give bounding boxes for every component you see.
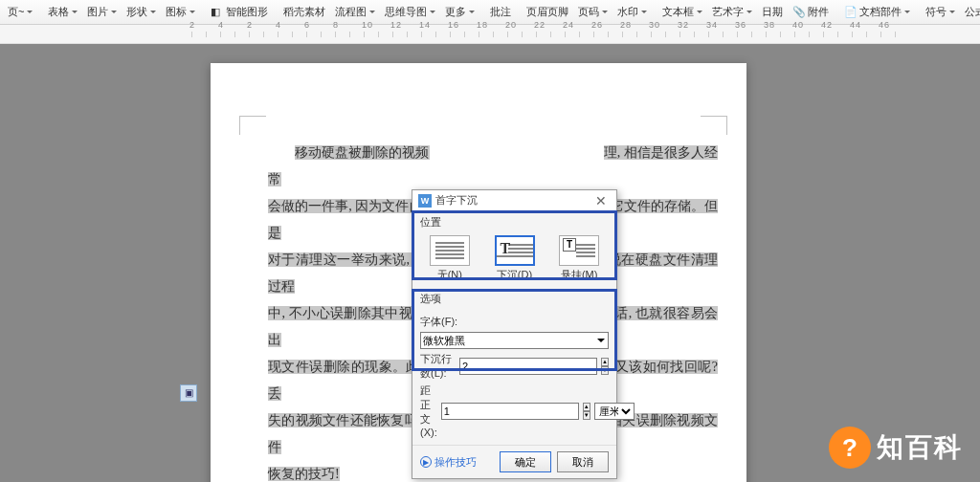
position-none[interactable]: 无(N): [420, 235, 479, 282]
position-margin[interactable]: T 悬挂(M): [549, 235, 609, 282]
toolbar-item-17[interactable]: 📎附件: [789, 3, 833, 21]
toolbar-label: 图片: [87, 5, 108, 19]
toolbar-item-13[interactable]: 水印: [613, 3, 651, 21]
toolbar-label: 附件: [808, 5, 829, 19]
margin-marker-top-left: [239, 116, 266, 135]
dropdown-icon: [72, 11, 78, 13]
toolbar-label: 艺术字: [712, 5, 744, 19]
toolbar-label: 流程图: [335, 5, 367, 19]
dropdown-icon: [150, 11, 156, 13]
toolbar-item-4[interactable]: 图标: [162, 3, 199, 21]
pos-none-label: 无(N): [420, 268, 479, 282]
lines-spinner[interactable]: ▲▼: [601, 358, 609, 375]
ok-button[interactable]: 确定: [500, 451, 551, 472]
dropdown-icon: [369, 11, 375, 13]
badge-text: 知百科: [877, 429, 963, 466]
toolbar-item-12[interactable]: 页码: [574, 3, 612, 21]
position-dropped[interactable]: T 下沉(D): [485, 235, 545, 282]
toolbar-label: 文档部件: [859, 5, 902, 19]
toolbar-label: 页码: [578, 5, 599, 19]
toolbar-item-3[interactable]: 形状: [122, 3, 160, 21]
toolbar-item-18[interactable]: 📄文档部件: [840, 3, 914, 21]
toolbar-item-9[interactable]: 更多: [441, 3, 479, 21]
toolbar-label: 页~: [8, 5, 24, 19]
dropdown-icon: [602, 11, 608, 13]
ribbon-toolbar: 页~表格图片形状图标◧智能图形稻壳素材流程图思维导图更多批注页眉页脚页码水印文本…: [0, 0, 980, 25]
font-label: 字体(F):: [420, 315, 479, 329]
toolbar-label: 符号: [925, 5, 947, 19]
lines-label: 下沉行数(L):: [420, 352, 456, 381]
toolbar-label: 思维导图: [385, 5, 427, 19]
toolbar-label: 日期: [762, 5, 783, 19]
toolbar-item-14[interactable]: 文本框: [658, 3, 706, 21]
position-section-label: 位置: [412, 211, 616, 231]
toolbar-label: 智能图形: [226, 5, 268, 19]
cancel-button[interactable]: 取消: [557, 451, 609, 472]
dialog-titlebar[interactable]: W 首字下沉 ✕: [412, 190, 616, 211]
toolbar-label: 形状: [126, 5, 147, 19]
dropdown-icon: [697, 11, 702, 13]
toolbar-label: 批注: [490, 5, 511, 19]
font-select[interactable]: 微软雅黑: [420, 332, 609, 349]
toolbar-item-5[interactable]: ◧智能图形: [207, 3, 272, 21]
dropdown-icon: [949, 11, 955, 13]
horizontal-ruler: 2424681012141618202224262830323436384042…: [0, 25, 980, 44]
text-line: 失的视频文件还能恢复吗?: [268, 413, 428, 427]
tips-icon: ▶: [420, 456, 432, 468]
text-line: 现文件误删除的现象。此时: [268, 360, 434, 374]
toolbar-item-1[interactable]: 表格: [44, 3, 81, 21]
smart-icon: ◧: [211, 6, 224, 19]
clip-icon: 📎: [792, 6, 806, 19]
text-line: 对于清理这一举动来说,: [268, 252, 413, 267]
distance-input[interactable]: [441, 403, 579, 420]
toolbar-item-19[interactable]: 符号: [922, 3, 959, 21]
text-line: 移动硬盘被删除的视频: [295, 145, 430, 160]
options-section-label: 选项: [412, 288, 616, 308]
toolbar-item-7[interactable]: 流程图: [331, 3, 379, 21]
dropdown-icon: [111, 11, 117, 13]
toolbar-label: 页眉页脚: [526, 5, 568, 19]
distance-spinner[interactable]: ▲▼: [583, 403, 590, 420]
toolbar-item-20[interactable]: 公式: [961, 3, 980, 21]
pos-hang-label: 悬挂(M): [549, 268, 609, 282]
lines-input[interactable]: [459, 358, 597, 375]
floating-tool-icon[interactable]: ▣: [180, 384, 197, 402]
position-options: 无(N) T 下沉(D) T 悬挂(M): [412, 231, 616, 288]
toolbar-label: 更多: [445, 5, 466, 19]
tips-label: 操作技巧: [434, 455, 477, 470]
dropdown-icon: [189, 11, 195, 13]
toolbar-label: 表格: [48, 5, 69, 19]
dropdown-icon: [904, 11, 910, 13]
distance-label: 距正文(X):: [420, 383, 437, 438]
toolbar-item-2[interactable]: 图片: [83, 3, 121, 21]
toolbar-item-6[interactable]: 稻壳素材: [279, 3, 329, 21]
toolbar-item-16[interactable]: 日期: [758, 3, 787, 21]
parts-icon: 📄: [844, 6, 858, 19]
toolbar-label: 公式: [965, 5, 980, 19]
unit-select[interactable]: 厘米: [594, 403, 635, 420]
dialog-title: 首字下沉: [435, 193, 591, 208]
text-line: 会做的一件事, 因为文件的: [268, 199, 423, 213]
close-icon[interactable]: ✕: [591, 193, 611, 208]
dropdown-icon: [430, 11, 435, 13]
pos-drop-label: 下沉(D): [485, 268, 545, 282]
drop-cap-dialog: W 首字下沉 ✕ 位置 无(N) T 下沉(D) T 悬挂(M) 选项 字体(F…: [412, 189, 617, 479]
toolbar-item-8[interactable]: 思维导图: [381, 3, 439, 21]
tips-link[interactable]: ▶操作技巧: [420, 455, 494, 470]
toolbar-label: 稻壳素材: [283, 5, 325, 19]
toolbar-item-11[interactable]: 页眉页脚: [523, 3, 572, 21]
toolbar-item-0[interactable]: 页~: [4, 3, 36, 21]
toolbar-item-10[interactable]: 批注: [486, 3, 515, 21]
toolbar-item-15[interactable]: 艺术字: [708, 3, 756, 21]
badge-question-icon: ?: [829, 427, 871, 469]
dropdown-icon: [469, 11, 475, 13]
app-icon: W: [418, 194, 432, 208]
toolbar-label: 文本框: [662, 5, 694, 19]
toolbar-label: 水印: [617, 5, 638, 19]
margin-marker-top-right: [701, 116, 727, 135]
toolbar-label: 图标: [166, 5, 187, 19]
dropdown-icon: [27, 11, 33, 13]
watermark-badge: ? 知百科: [829, 427, 963, 469]
text-line: 中, 不小心误删除其中视频: [268, 306, 427, 320]
text-line: 恢复的技巧!: [268, 467, 340, 481]
